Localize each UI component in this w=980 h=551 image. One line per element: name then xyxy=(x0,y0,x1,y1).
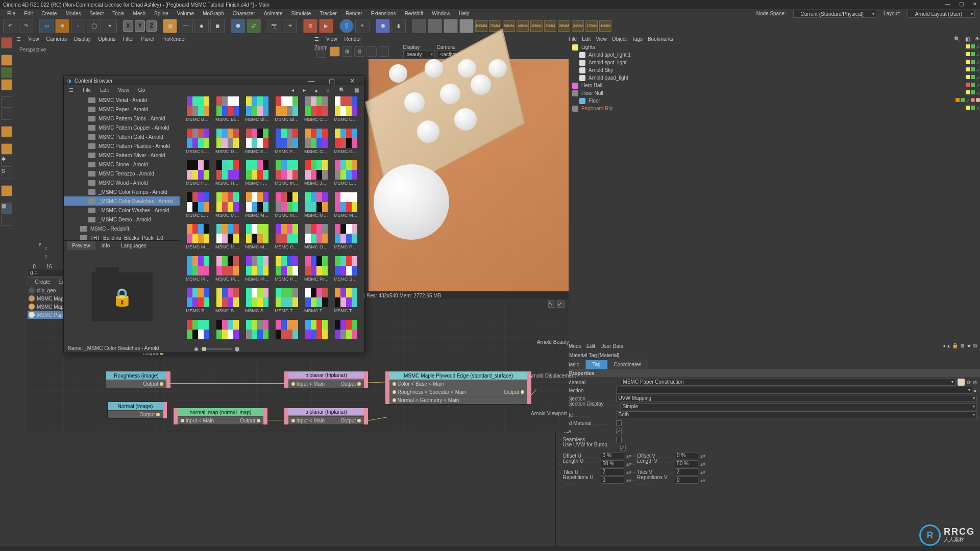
cb-tree-item[interactable]: MSMC Terrazzo - Arnold xyxy=(64,169,180,178)
ruler-16mm[interactable]: 16MM xyxy=(599,20,611,32)
menu-extensions[interactable]: Extensions xyxy=(367,10,400,17)
select-tool[interactable]: ▭ xyxy=(39,19,54,33)
cb-swatch-cell[interactable]: MSMC Lets... xyxy=(184,192,212,220)
cb-swatch-cell[interactable]: MSMC Shag xyxy=(184,288,212,316)
node-roughness[interactable]: Roughness (image) Output xyxy=(106,371,167,388)
shade-2[interactable] xyxy=(428,19,442,33)
nodespace-dropdown[interactable]: Current (Standard/Physical) xyxy=(793,10,876,18)
render-view-button[interactable]: ⬣ xyxy=(376,19,390,33)
left-tool-orange[interactable] xyxy=(1,126,12,137)
menu-mograph[interactable]: MoGraph xyxy=(199,10,228,17)
cb-swatch-cell[interactable] xyxy=(243,320,271,343)
ruler-40mm[interactable]: 40MM xyxy=(517,20,529,32)
render-toggle[interactable] xyxy=(961,98,965,102)
attr-tab-tag[interactable]: Tag xyxy=(585,360,607,369)
visibility-toggle[interactable] xyxy=(966,90,970,94)
cb-tree-item[interactable]: MSMC Pattern Gold - Arnold xyxy=(64,132,180,141)
attr-side-dropdown[interactable]: Both xyxy=(616,411,977,418)
ruler-35mm[interactable]: 35MM xyxy=(544,20,556,32)
ruler-100mm[interactable]: 100MM xyxy=(475,20,487,32)
cb-tab-languages[interactable]: Languages xyxy=(116,241,152,250)
cb-swatch-cell[interactable]: MSMC Blo... xyxy=(243,96,271,124)
cb-tree-item[interactable]: MSMC - Redshift xyxy=(64,224,180,233)
move-tool[interactable]: ✥ xyxy=(55,19,69,33)
left-tool-poly[interactable] xyxy=(1,109,12,120)
redo-button[interactable]: ↷ xyxy=(19,19,33,33)
cb-tree-item[interactable]: MSMC Pattern Plastics - Arnold xyxy=(64,141,180,151)
shade-1[interactable] xyxy=(412,19,426,33)
rv-tool-5[interactable] xyxy=(379,46,389,57)
cb-nav-back-icon[interactable]: ◂ xyxy=(287,86,298,94)
menu-window[interactable]: Window xyxy=(428,10,454,17)
cb-swatch-cell[interactable]: MSMC Blu... xyxy=(273,96,301,124)
link-icon[interactable]: ⟳ xyxy=(967,380,971,385)
menu-animate[interactable]: Animate xyxy=(260,10,287,17)
cb-hamburger-icon[interactable]: ☰ xyxy=(65,86,78,94)
camera-button[interactable]: 📷 xyxy=(267,19,281,33)
node-normal-map[interactable]: normal_map (normal_map) Input < MainOutp… xyxy=(177,408,264,425)
undo-button[interactable]: ↶ xyxy=(3,19,17,33)
cb-swatch-grid[interactable]: MSMC Bea...MSMC Big ...MSMC Blo...MSMC B… xyxy=(180,94,364,344)
am-back-icon[interactable]: ◂ xyxy=(943,343,945,349)
cb-tree-item[interactable]: THT_Building_Blocks_Pack_1.0 xyxy=(64,233,180,240)
cb-swatch-cell[interactable]: MSMC Hea... xyxy=(184,160,212,188)
render-toggle[interactable] xyxy=(971,75,975,79)
ruler-50mm[interactable]: 50MM xyxy=(503,20,515,32)
object-row[interactable]: ▾Pegboard Rig✓ xyxy=(556,105,980,112)
cb-menu-file[interactable]: File xyxy=(79,86,95,94)
cb-size-slider[interactable] xyxy=(180,344,364,354)
cb-swatch-cell[interactable]: MSMC Hef... xyxy=(214,160,241,188)
vp-menu-options[interactable]: Options xyxy=(98,36,115,42)
ruler-28mm[interactable]: 28MM xyxy=(558,20,570,32)
cb-swatch-cell[interactable] xyxy=(332,320,360,343)
vp-menu-display[interactable]: Display xyxy=(74,36,91,42)
attr-selection-input[interactable] xyxy=(616,387,972,394)
output-viewport[interactable]: Arnold Viewport xyxy=(531,411,567,416)
cb-swatch-cell[interactable]: MSMC I He... xyxy=(243,160,271,188)
visibility-toggle[interactable] xyxy=(966,44,970,48)
axis-x-toggle[interactable]: X xyxy=(123,20,133,32)
object-row[interactable]: ▾Hero Ball✓ xyxy=(556,82,980,89)
ng-collapse-icon[interactable]: ⤡ xyxy=(548,300,555,308)
left-tool-grid[interactable]: ▦ xyxy=(1,203,12,214)
rotate-tool[interactable]: ◯ xyxy=(87,19,101,33)
ruler-24mm[interactable]: 24MM xyxy=(572,20,584,32)
cb-swatch-cell[interactable]: MSMC Dus... xyxy=(214,129,241,157)
vp-menu-filter[interactable]: Filter xyxy=(122,36,134,42)
cb-swatch-cell[interactable]: MSMC Mu... xyxy=(243,224,271,252)
om-menu-bookmarks[interactable]: Bookmarks xyxy=(648,36,673,42)
cb-swatch-cell[interactable]: MSMC Mid... xyxy=(214,192,241,220)
menu-help[interactable]: Help xyxy=(455,10,474,17)
cb-swatch-cell[interactable]: MSMC Jets... xyxy=(303,160,330,188)
cb-swatch-cell[interactable]: MSMC Pret... xyxy=(303,256,330,284)
menu-select[interactable]: Select xyxy=(85,10,108,17)
picture-viewer[interactable]: ▮ xyxy=(391,19,406,33)
cb-tree-item[interactable]: _MSMC Demo - Arnold xyxy=(64,215,180,224)
cb-swatch-cell[interactable] xyxy=(303,320,330,343)
cb-nav-fwd-icon[interactable]: ▸ xyxy=(299,86,310,94)
scale-tool[interactable]: ▫ xyxy=(71,19,85,33)
field-button[interactable]: 🖊 xyxy=(247,19,261,33)
tag-icon[interactable] xyxy=(976,98,980,102)
cb-tree-item[interactable]: MSMC Pattern Silver - Arnold xyxy=(64,151,180,160)
render-button[interactable]: ▶ xyxy=(319,19,333,33)
rv-menu-view[interactable]: View xyxy=(326,36,337,42)
check-icon[interactable]: ✓ xyxy=(976,67,980,73)
om-menu-object[interactable]: Object xyxy=(612,36,627,42)
om-menu-view[interactable]: View xyxy=(596,36,607,42)
cb-swatch-cell[interactable]: MSMC Eur... xyxy=(243,129,271,157)
close-icon[interactable]: ✕ xyxy=(973,1,977,7)
rv-tool-3[interactable]: ⊟ xyxy=(354,46,364,57)
attr-reps-u-input[interactable]: 0 xyxy=(601,477,624,484)
check-icon[interactable]: ✓ xyxy=(976,90,980,96)
attr-uvwbump-checkbox[interactable] xyxy=(620,445,626,450)
cb-swatch-cell[interactable]: MSMC Mo... xyxy=(273,192,301,220)
object-row[interactable]: ▾Floor Null✓ xyxy=(556,89,980,97)
left-tool-s[interactable]: S xyxy=(1,168,12,179)
left-tool-edge[interactable] xyxy=(1,96,12,108)
left-tool-misc[interactable] xyxy=(1,215,12,226)
cube-primitive[interactable]: ▣ xyxy=(163,19,177,33)
attr-tab-coordinates[interactable]: Coordinates xyxy=(607,360,648,369)
cb-tree-item[interactable]: _MSMC Color Ramps - Arnold xyxy=(64,187,180,196)
recent-tool[interactable]: ✦ xyxy=(103,19,117,33)
